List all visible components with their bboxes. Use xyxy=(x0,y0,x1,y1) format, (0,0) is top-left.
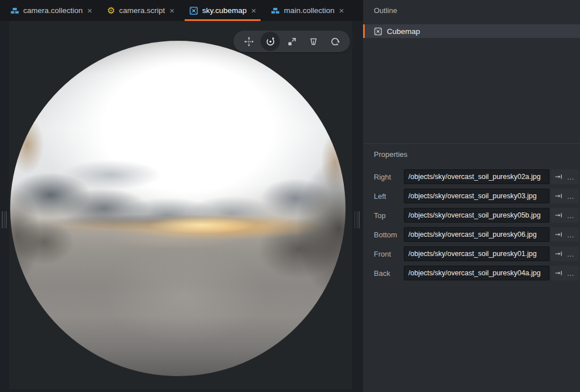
right-face-field[interactable] xyxy=(404,169,549,184)
goto-resource-button[interactable] xyxy=(555,193,562,199)
properties-section: Properties Right … xyxy=(363,143,580,285)
outline-header: Outline xyxy=(363,0,580,20)
left-face-field[interactable] xyxy=(404,189,549,203)
ellipsis-icon: … xyxy=(567,212,575,219)
property-row-back: Back … xyxy=(374,266,580,280)
tab-camera-collection[interactable]: camera.collection × xyxy=(10,0,92,21)
field-button-group: … xyxy=(551,169,579,184)
tab-label: camera.collection xyxy=(23,6,83,15)
outline-title: Outline xyxy=(374,6,397,15)
scene-toolbar xyxy=(233,31,350,52)
tab-camera-script[interactable]: ⚙ camera.script × xyxy=(107,0,174,21)
cubemap-icon xyxy=(189,6,198,15)
field-button-group: … xyxy=(551,208,579,223)
rotate-icon xyxy=(265,36,276,47)
bottom-face-field[interactable] xyxy=(404,227,549,242)
arrow-to-bar-icon xyxy=(555,173,562,180)
arrow-to-bar-icon xyxy=(555,270,562,276)
goto-resource-button[interactable] xyxy=(555,173,562,180)
ellipsis-icon: … xyxy=(567,193,575,200)
property-label: Back xyxy=(374,269,404,278)
close-icon[interactable]: × xyxy=(169,6,174,15)
field-button-group: … xyxy=(551,189,579,203)
properties-rows: Right … xyxy=(363,164,580,280)
right-splitter-handle[interactable] xyxy=(355,211,360,228)
outline-item-cubemap[interactable]: Cubemap xyxy=(363,24,580,38)
tab-sky-cubemap[interactable]: sky.cubemap × xyxy=(189,0,256,21)
tab-label: camera.script xyxy=(119,6,165,15)
perspective-camera-icon xyxy=(308,36,319,47)
left-splitter-handle[interactable] xyxy=(2,211,7,228)
tab-label: main.collection xyxy=(284,6,334,15)
ellipsis-icon: … xyxy=(567,250,575,258)
property-row-left: Left … xyxy=(374,189,580,203)
property-label: Bottom xyxy=(374,231,404,239)
property-label: Top xyxy=(374,211,404,220)
scale-tool-button[interactable] xyxy=(282,32,301,51)
close-icon[interactable]: × xyxy=(339,6,344,15)
ellipsis-icon: … xyxy=(567,173,575,181)
move-tool-button[interactable] xyxy=(239,32,258,51)
inspector-panel: Outline Cubemap Properties Right xyxy=(363,0,580,392)
arrow-to-bar-icon xyxy=(555,231,562,238)
perspective-camera-button[interactable] xyxy=(304,32,323,51)
properties-title: Properties xyxy=(374,150,407,159)
rotate-tool-button[interactable] xyxy=(261,32,280,51)
browse-resource-button[interactable]: … xyxy=(567,193,575,200)
browse-resource-button[interactable]: … xyxy=(567,173,575,181)
ellipsis-icon: … xyxy=(567,231,575,238)
property-label: Front xyxy=(374,250,404,258)
properties-header: Properties xyxy=(363,144,580,164)
arrow-to-bar-icon xyxy=(555,193,562,199)
property-row-front: Front … xyxy=(374,246,580,261)
field-button-group: … xyxy=(551,227,579,242)
property-row-right: Right … xyxy=(374,169,580,184)
browse-resource-button[interactable]: … xyxy=(567,231,575,238)
goto-resource-button[interactable] xyxy=(555,250,562,257)
editor-left-region: camera.collection × ⚙ camera.script × sk… xyxy=(0,0,363,392)
back-face-field[interactable] xyxy=(404,266,549,280)
browse-resource-button[interactable]: … xyxy=(567,250,575,258)
script-icon: ⚙ xyxy=(107,6,115,15)
scale-icon xyxy=(287,36,297,47)
property-label: Left xyxy=(374,192,404,201)
tab-bar: camera.collection × ⚙ camera.script × sk… xyxy=(0,0,363,21)
outline-item-label: Cubemap xyxy=(387,27,420,36)
property-label: Right xyxy=(374,173,404,181)
browse-resource-button[interactable]: … xyxy=(567,212,575,219)
tab-main-collection[interactable]: main.collection × xyxy=(271,0,344,21)
goto-resource-button[interactable] xyxy=(555,270,562,276)
field-button-group: … xyxy=(551,266,579,280)
property-row-bottom: Bottom … xyxy=(374,227,580,242)
front-face-field[interactable] xyxy=(404,246,549,261)
cubemap-icon xyxy=(374,27,382,36)
top-face-field[interactable] xyxy=(404,208,549,223)
goto-resource-button[interactable] xyxy=(555,212,562,219)
editor-window: camera.collection × ⚙ camera.script × sk… xyxy=(0,0,580,392)
ellipsis-icon: … xyxy=(567,270,575,277)
field-button-group: … xyxy=(551,246,579,261)
goto-resource-button[interactable] xyxy=(555,231,562,238)
arrow-to-bar-icon xyxy=(555,212,562,219)
camera-reset-button[interactable] xyxy=(325,32,344,51)
browse-resource-button[interactable]: … xyxy=(567,270,575,277)
camera-reset-icon xyxy=(330,36,340,47)
collection-icon xyxy=(10,6,19,15)
scene-viewport[interactable] xyxy=(9,21,352,389)
close-icon[interactable]: × xyxy=(87,6,92,15)
move-icon xyxy=(244,36,254,47)
arrow-to-bar-icon xyxy=(555,250,562,257)
cubemap-preview-sphere xyxy=(10,41,346,376)
collection-icon xyxy=(271,6,280,15)
property-row-top: Top … xyxy=(374,208,580,223)
tab-label: sky.cubemap xyxy=(202,6,247,15)
close-icon[interactable]: × xyxy=(251,6,257,15)
